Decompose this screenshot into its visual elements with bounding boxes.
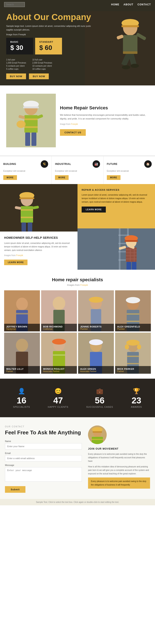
split-right-image <box>78 228 155 270</box>
svg-rect-11 <box>123 52 137 54</box>
awards-icon: 🏆 <box>131 388 142 394</box>
buy-now-standard-button[interactable]: BUY NOW <box>29 74 49 79</box>
search-input[interactable] <box>4 2 25 7</box>
email-input[interactable] <box>5 455 82 462</box>
service-industrial: INDUSTRIAL 🏭 Excepteur sint occaecat MOR… <box>52 156 103 184</box>
service-future-title: FUTURE <box>107 162 144 166</box>
split-section: HOMEOWNER SELF-HELP SERVICES Lorem ipsum… <box>0 184 155 270</box>
standard-feature-1: 10 full user <box>32 58 52 61</box>
footer-text: Sample Text. Click to select the text bo… <box>4 501 151 503</box>
repair-access-section: REPAIR & ACCESS SERVICES Lorem ipsum dol… <box>78 184 155 228</box>
basic-plan-name: BASIC <box>10 41 29 43</box>
svg-rect-16 <box>24 115 38 133</box>
service-building-title: BUILDING <box>3 162 41 166</box>
successful-cases-label: SUCCESSFUL CASES <box>86 406 113 408</box>
service-industrial-desc: Excepteur sint occaecat <box>55 170 100 173</box>
svg-rect-96 <box>93 431 102 433</box>
basic-price: $ 30 <box>10 44 29 52</box>
svg-rect-35 <box>78 228 155 270</box>
specialist-bob-name: BOB RICHMOND <box>43 326 75 328</box>
svg-rect-55 <box>132 262 136 270</box>
email-form-group: Email <box>5 452 82 462</box>
specialist-jennie-role: Plumber <box>80 328 112 330</box>
industrial-more-button[interactable]: MORE <box>55 175 69 180</box>
awards-label: AWARDS <box>131 406 142 408</box>
contact-title: Feel Free To Ask Me Anything <box>5 430 82 436</box>
stat-specialists: 👤 16 SPECIALISTS <box>13 388 30 408</box>
svg-point-83 <box>89 339 103 345</box>
join-highlight: Every pleasure is to welcome pain avoide… <box>88 478 150 488</box>
submit-button[interactable]: Submit <box>5 486 26 493</box>
homeowner-freepik-link[interactable]: Freepik <box>16 254 23 256</box>
svg-rect-80 <box>53 354 65 356</box>
specialist-jeffrey-brown: JEFFREY BROWN Handyman <box>4 290 40 332</box>
hero-section: HOME ABOUT CONTACT About Our Company Sam… <box>0 0 155 86</box>
svg-point-57 <box>16 298 28 310</box>
specialist-walter-role: Partner <box>6 370 38 372</box>
name-input[interactable] <box>5 443 82 450</box>
basic-features: 1 full user 1,000 Email Previews 5 conta… <box>6 58 26 70</box>
homeowner-title: HOMEOWNER SELF-HELP SERVICES <box>4 236 73 239</box>
repair-access-label: REPAIR & ACCESS SERVICES <box>82 188 151 191</box>
homeowner-image-credit: Images from Freepik <box>4 254 73 257</box>
footer: Sample Text. Click to select the text bo… <box>0 499 155 505</box>
svg-rect-30 <box>21 217 33 218</box>
svg-rect-47 <box>126 252 137 253</box>
specialist-monica-overlay: MONICA POULIOT Associate Partner <box>41 366 77 374</box>
building-icon: 🏗 <box>41 160 48 168</box>
svg-rect-50 <box>130 248 131 262</box>
industrial-icon: 🏭 <box>93 160 100 168</box>
specialists-number: 16 <box>13 396 30 405</box>
specialist-mick-overlay: MICK PARKER Partner <box>115 366 151 374</box>
contact-us-button[interactable]: CONTACT US <box>60 129 86 136</box>
specialist-mick-parker: MICK PARKER Partner <box>115 333 151 374</box>
repair-description: We believe that homeownership encourages… <box>60 113 149 121</box>
svg-rect-91 <box>127 356 139 357</box>
specialist-mick-name: MICK PARKER <box>117 368 149 370</box>
nav-about[interactable]: ABOUT <box>124 3 133 6</box>
specialist-walter-overlay: WALTER LILLY Partner <box>4 366 40 374</box>
pricing-standard: STANDART $ 60 <box>35 38 62 54</box>
svg-rect-38 <box>118 234 129 236</box>
homeowner-learn-more-button[interactable]: LEARN MORE <box>4 260 28 265</box>
repair-image-credit: Image from Freepik <box>60 122 149 126</box>
svg-rect-48 <box>126 255 137 256</box>
svg-point-78 <box>52 338 66 344</box>
split-right: REPAIR & ACCESS SERVICES Lorem ipsum dol… <box>78 184 155 270</box>
specialists-image-credit: Images from Freepik <box>4 284 151 286</box>
message-textarea[interactable] <box>5 467 82 482</box>
hero-worker-image <box>85 11 155 86</box>
split-left: HOMEOWNER SELF-HELP SERVICES Lorem ipsum… <box>0 184 78 270</box>
message-label: Message <box>5 464 82 466</box>
homeowner-desc: Lorem ipsum dolor sit amet, consectetur … <box>4 242 73 252</box>
svg-rect-51 <box>134 248 135 262</box>
specialist-walter-lilly: WALTER LILLY Partner <box>4 333 40 374</box>
contact-form-area: OUR CONTACT Feel Free To Ask Me Anything… <box>5 426 82 493</box>
hero-content: About Our Company Sample large text. Lor… <box>6 12 93 79</box>
successful-cases-number: 56 <box>86 396 113 405</box>
specialists-freepik-link[interactable]: Freepik <box>80 284 88 286</box>
svg-point-74 <box>16 338 28 352</box>
repair-access-learn-button[interactable]: LEARN MORE <box>82 206 106 212</box>
buy-now-basic-button[interactable]: BUY NOW <box>6 74 26 79</box>
svg-point-66 <box>89 297 103 302</box>
specialist-alex-green-overlay: ALEX GREEN Associate Partner <box>78 366 114 374</box>
pricing-row: BASIC $ 30 STANDART $ 60 <box>6 38 93 54</box>
specialist-monica-pouliot: MONICA POULIOT Associate Partner <box>41 333 77 374</box>
svg-rect-34 <box>28 222 32 232</box>
svg-point-69 <box>126 297 140 303</box>
nav-home[interactable]: HOME <box>111 3 119 6</box>
svg-rect-72 <box>127 321 139 322</box>
nav-contact[interactable]: CONTACT <box>137 3 151 6</box>
standard-price: $ 60 <box>39 44 58 52</box>
specialist-bob-role: Craftsman <box>43 328 75 330</box>
service-industrial-header: INDUSTRIAL 🏭 <box>55 160 100 168</box>
svg-rect-22 <box>31 132 36 146</box>
stat-happy-clients: 😊 47 HAPPY CLIENTS <box>48 388 68 408</box>
building-more-button[interactable]: MORE <box>3 175 17 180</box>
image-credit-text: Images from <box>4 254 16 256</box>
standard-feature-4: 10 coffee cups <box>32 68 52 70</box>
specialists-title: Home repair specialists <box>4 277 151 282</box>
future-more-button[interactable]: MORE <box>107 175 120 180</box>
repair-freepik-link[interactable]: Freepik <box>71 123 78 125</box>
